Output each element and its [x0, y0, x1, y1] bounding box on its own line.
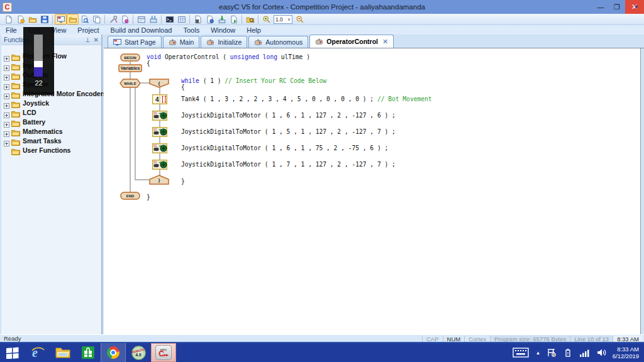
easyc[interactable]: easyC▸▸ [151, 343, 176, 362]
expand-icon[interactable] [4, 138, 9, 143]
maximize-button[interactable]: ❐ [609, 0, 625, 14]
robotc[interactable]: ROBOTC4.0 [126, 343, 151, 362]
function-blocks-button[interactable] [67, 14, 79, 25]
menu-build-and-download[interactable]: Build and Download [105, 26, 178, 34]
tools-icon [109, 15, 118, 24]
expand-icon[interactable] [4, 62, 9, 68]
tank4-block[interactable]: 4 [152, 94, 167, 104]
tab-close-icon[interactable]: ✕ [382, 38, 388, 46]
minimize-button[interactable]: — [592, 0, 609, 14]
action-center-flag-icon[interactable] [547, 348, 556, 357]
tab-initialize[interactable]: Initialize [201, 36, 247, 48]
joystick-to-motor-block-1[interactable]: 01 [152, 111, 167, 121]
expand-icon[interactable] [4, 90, 9, 96]
zoom-out-button[interactable] [294, 14, 306, 25]
open-paren-block[interactable]: ( [149, 79, 169, 88]
svg-text:01: 01 [154, 112, 158, 115]
menu-help[interactable]: Help [241, 26, 267, 34]
code-line-9[interactable]: JoystickDigitalToMotor ( 1 , 7 , 1 , 127… [181, 162, 396, 168]
build-button[interactable] [204, 14, 216, 25]
begin-block[interactable]: BEGIN [120, 53, 140, 62]
expand-icon[interactable] [4, 128, 9, 134]
pin-icon[interactable]: ⊥ [85, 36, 91, 43]
open-project-button[interactable] [26, 14, 38, 25]
menu-window[interactable]: Window [205, 26, 241, 34]
close-paren-block[interactable]: ) [149, 175, 169, 185]
tree-item-battery[interactable]: Battery [1, 117, 101, 126]
variables-block[interactable]: Variables [118, 64, 142, 72]
volume-icon[interactable] [597, 348, 606, 357]
expand-icon[interactable] [4, 81, 9, 87]
tools-button[interactable] [107, 14, 119, 25]
save-button[interactable] [38, 14, 50, 25]
options-button[interactable] [119, 14, 131, 25]
tab-main[interactable]: Main [163, 36, 200, 48]
controller-config-button[interactable] [135, 14, 147, 25]
program-canvas[interactable]: void OperatorControl ( unsigned long ulT… [104, 48, 641, 334]
show-hidden-icons[interactable]: ▴ [536, 349, 540, 356]
while-block[interactable]: WHILE [119, 79, 141, 88]
tree-item-mathematics[interactable]: Mathematics [1, 126, 101, 136]
tab-autonomous[interactable]: Autonomous [248, 36, 308, 48]
code-line-11[interactable]: } [147, 194, 150, 200]
code-line-2[interactable]: { [147, 60, 150, 67]
windows-store[interactable] [75, 343, 101, 362]
brightness-slider[interactable] [34, 35, 43, 77]
panel-close-icon[interactable]: ✕ [94, 36, 99, 43]
expand-icon[interactable] [4, 109, 9, 115]
menu-file[interactable]: File [0, 26, 23, 34]
code-line-6[interactable]: JoystickDigitalToMotor ( 1 , 6 , 1 , 127… [181, 112, 396, 119]
tab-overflow-icon[interactable]: ▼ [633, 4, 639, 10]
code-line-7[interactable]: JoystickDigitalToMotor ( 1 , 5 , 1 , 127… [181, 129, 396, 135]
joystick-to-motor-block-2[interactable]: 01 [152, 127, 167, 137]
joystick-to-motor-block-4[interactable]: 01 [152, 160, 167, 170]
internet-explorer[interactable]: e [25, 343, 50, 362]
folder-icon [11, 109, 20, 116]
download-firmware-button[interactable] [147, 14, 159, 25]
code-line-5[interactable]: Tank4 ( 1 , 3 , 2 , 2 , 3 , 4 , 5 , 0 , … [181, 96, 432, 102]
terminal-window-button[interactable] [164, 14, 175, 25]
end-block[interactable]: END [120, 192, 140, 200]
code-line-1[interactable]: void OperatorControl ( unsigned long ulT… [147, 54, 310, 60]
zoom-level-select[interactable]: 1.0∨ [274, 15, 292, 24]
caps-lock-indicator: CAP [422, 336, 443, 343]
file-explorer[interactable] [50, 343, 75, 362]
zoom-in-button[interactable] [260, 14, 272, 25]
run-program-button[interactable] [228, 14, 240, 25]
network-signal-icon[interactable] [580, 349, 589, 357]
menu-tools[interactable]: Tools [177, 26, 205, 34]
copy-screen-button[interactable] [91, 14, 103, 25]
tree-item-smart-tasks[interactable]: Smart Tasks [1, 136, 101, 145]
chrome[interactable] [101, 343, 126, 362]
code-line-4[interactable]: { [181, 84, 185, 90]
find-button[interactable] [79, 14, 91, 25]
power-icon[interactable] [564, 348, 572, 357]
tree-item-lcd[interactable]: LCD [1, 107, 101, 117]
tree-item-user-functions[interactable]: User Functions [1, 145, 101, 155]
code-line-3[interactable]: while ( 1 ) // Insert Your RC Code Below [181, 78, 326, 84]
target-indicator: Cortex [464, 336, 490, 343]
new-project-button[interactable] [3, 14, 14, 25]
menu-project[interactable]: Project [72, 26, 104, 34]
expand-icon[interactable] [4, 100, 9, 106]
open-example-button[interactable] [14, 14, 26, 25]
code-line-10[interactable]: } [181, 178, 185, 185]
program-icon [315, 38, 326, 45]
tab-label: Main [180, 38, 194, 46]
start-button[interactable] [0, 343, 25, 362]
expand-icon[interactable] [4, 53, 9, 58]
expand-icon[interactable] [4, 119, 9, 124]
online-window-button[interactable] [175, 14, 187, 25]
tree-item-joystick[interactable]: Joystick [1, 98, 101, 107]
start-page-button[interactable] [55, 14, 67, 25]
expand-icon[interactable] [4, 72, 9, 77]
download-program-button[interactable] [216, 14, 228, 25]
compile-button[interactable] [192, 14, 204, 25]
joystick-to-motor-block-3[interactable]: 01 [152, 143, 167, 153]
project-explorer-button[interactable] [244, 14, 256, 25]
tab-operatorcontrol[interactable]: OperatorControl✕ [309, 35, 394, 48]
tab-start-page[interactable]: Start Page [108, 36, 162, 48]
touch-keyboard-icon[interactable] [513, 348, 529, 358]
taskbar-clock[interactable]: 8:33 AM6/12/2019 [613, 346, 639, 359]
code-line-8[interactable]: JoystickDigitalToMotor ( 1 , 6 , 1 , 75 … [181, 145, 388, 151]
